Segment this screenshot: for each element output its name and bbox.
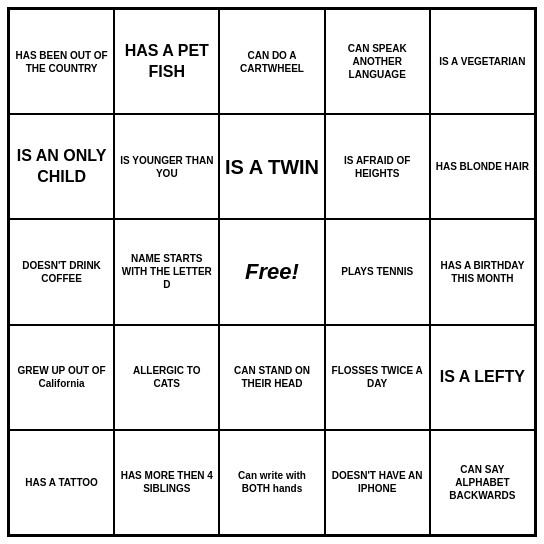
cell-text-r1c4: HAS BLONDE HAIR (436, 160, 529, 173)
bingo-cell-r1c4[interactable]: HAS BLONDE HAIR (430, 114, 535, 219)
bingo-cell-r2c3[interactable]: PLAYS TENNIS (325, 219, 430, 324)
bingo-cell-r2c0[interactable]: DOESN'T DRINK COFFEE (9, 219, 114, 324)
cell-text-r2c4: HAS A BIRTHDAY THIS MONTH (435, 259, 530, 285)
bingo-cell-r2c4[interactable]: HAS A BIRTHDAY THIS MONTH (430, 219, 535, 324)
cell-text-r3c2: CAN STAND ON THEIR HEAD (224, 364, 319, 390)
bingo-cell-r2c1[interactable]: NAME STARTS WITH THE LETTER D (114, 219, 219, 324)
bingo-cell-r1c2[interactable]: IS A TWIN (219, 114, 324, 219)
cell-text-r0c2: CAN DO A CARTWHEEL (224, 49, 319, 75)
cell-text-r1c0: IS AN ONLY CHILD (14, 146, 109, 188)
bingo-cell-r4c0[interactable]: HAS A TATTOO (9, 430, 114, 535)
bingo-cell-r3c0[interactable]: GREW UP OUT OF California (9, 325, 114, 430)
bingo-cell-r1c1[interactable]: IS YOUNGER THAN YOU (114, 114, 219, 219)
bingo-cell-r3c1[interactable]: ALLERGIC TO CATS (114, 325, 219, 430)
cell-text-r4c3: DOESN'T HAVE AN IPHONE (330, 469, 425, 495)
cell-text-r3c0: GREW UP OUT OF California (14, 364, 109, 390)
cell-text-r2c0: DOESN'T DRINK COFFEE (14, 259, 109, 285)
cell-text-r0c0: HAS BEEN OUT OF THE COUNTRY (14, 49, 109, 75)
bingo-cell-r1c3[interactable]: IS AFRAID OF HEIGHTS (325, 114, 430, 219)
bingo-cell-r4c2[interactable]: Can write with BOTH hands (219, 430, 324, 535)
cell-text-r0c4: IS A VEGETARIAN (439, 55, 525, 68)
bingo-cell-r4c4[interactable]: CAN SAY ALPHABET BACKWARDS (430, 430, 535, 535)
bingo-cell-r2c2[interactable]: Free! (219, 219, 324, 324)
cell-text-r1c3: IS AFRAID OF HEIGHTS (330, 154, 425, 180)
cell-text-r1c1: IS YOUNGER THAN YOU (119, 154, 214, 180)
bingo-cell-r0c0[interactable]: HAS BEEN OUT OF THE COUNTRY (9, 9, 114, 114)
bingo-cell-r3c3[interactable]: FLOSSES TWICE A DAY (325, 325, 430, 430)
cell-text-r0c3: CAN SPEAK ANOTHER LANGUAGE (330, 42, 425, 81)
bingo-cell-r3c2[interactable]: CAN STAND ON THEIR HEAD (219, 325, 324, 430)
bingo-cell-r0c4[interactable]: IS A VEGETARIAN (430, 9, 535, 114)
cell-text-r2c2: Free! (245, 258, 299, 287)
cell-text-r4c2: Can write with BOTH hands (224, 469, 319, 495)
cell-text-r3c3: FLOSSES TWICE A DAY (330, 364, 425, 390)
bingo-cell-r1c0[interactable]: IS AN ONLY CHILD (9, 114, 114, 219)
bingo-cell-r0c1[interactable]: HAS A PET FISH (114, 9, 219, 114)
cell-text-r3c4: IS A LEFTY (440, 367, 525, 388)
bingo-board: HAS BEEN OUT OF THE COUNTRYHAS A PET FIS… (7, 7, 537, 537)
bingo-cell-r4c1[interactable]: HAS MORE THEN 4 SIBLINGS (114, 430, 219, 535)
bingo-cell-r3c4[interactable]: IS A LEFTY (430, 325, 535, 430)
cell-text-r4c4: CAN SAY ALPHABET BACKWARDS (435, 463, 530, 502)
cell-text-r2c3: PLAYS TENNIS (341, 265, 413, 278)
cell-text-r0c1: HAS A PET FISH (119, 41, 214, 83)
cell-text-r4c0: HAS A TATTOO (25, 476, 98, 489)
cell-text-r4c1: HAS MORE THEN 4 SIBLINGS (119, 469, 214, 495)
cell-text-r2c1: NAME STARTS WITH THE LETTER D (119, 252, 214, 291)
bingo-cell-r4c3[interactable]: DOESN'T HAVE AN IPHONE (325, 430, 430, 535)
bingo-cell-r0c3[interactable]: CAN SPEAK ANOTHER LANGUAGE (325, 9, 430, 114)
cell-text-r1c2: IS A TWIN (225, 154, 319, 180)
cell-text-r3c1: ALLERGIC TO CATS (119, 364, 214, 390)
bingo-cell-r0c2[interactable]: CAN DO A CARTWHEEL (219, 9, 324, 114)
